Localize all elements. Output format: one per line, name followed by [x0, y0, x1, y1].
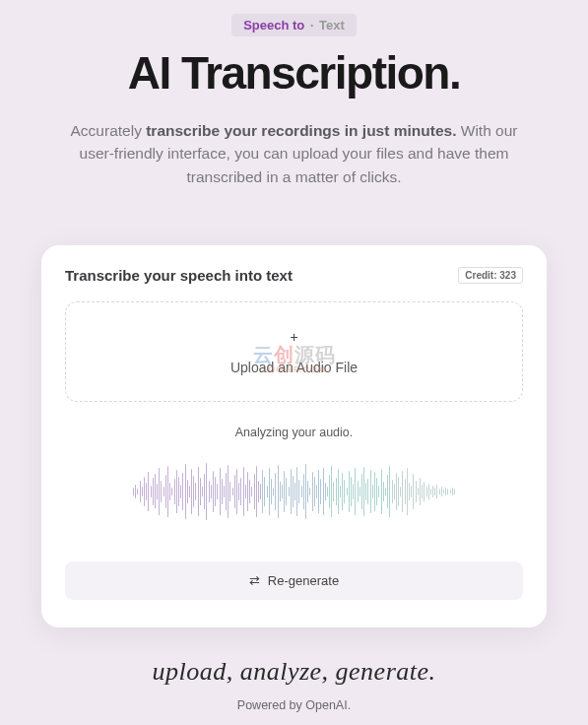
wave-bar [151, 486, 152, 497]
wave-bar [331, 466, 332, 517]
wave-bar [258, 481, 259, 502]
wave-bar [383, 482, 384, 501]
wave-bar [434, 488, 435, 495]
wave-bar [355, 468, 356, 515]
wave-bar [273, 488, 274, 495]
wave-bar [224, 486, 225, 497]
wave-bar [189, 486, 190, 497]
wave-bar [243, 467, 244, 516]
wave-bar [394, 484, 395, 499]
wave-bar [275, 473, 276, 510]
wave-bar [398, 477, 399, 506]
wave-bar [254, 474, 255, 509]
wave-bar [232, 488, 233, 495]
card-header: Transcribe your speech into text Credit:… [65, 267, 523, 284]
wave-bar [182, 473, 183, 510]
upload-dropzone[interactable]: 云创源码 LOOWP.COM + Upload an Audio File [65, 301, 523, 402]
wave-bar [245, 485, 246, 498]
wave-bar [329, 475, 330, 508]
wave-bar [378, 486, 379, 497]
wave-bar [342, 473, 343, 510]
wave-bar [262, 470, 263, 513]
wave-bar [256, 466, 257, 517]
wave-bar [200, 478, 201, 505]
wave-bar [432, 486, 433, 497]
wave-bar [163, 487, 164, 496]
wave-bar [153, 478, 154, 505]
wave-bar [204, 474, 205, 509]
wave-bar [217, 484, 218, 499]
wave-bar [133, 488, 134, 495]
wave-bar [307, 481, 308, 502]
footer-tagline: upload, analyze, generate. [0, 657, 588, 687]
wave-bar [402, 471, 403, 512]
analyzing-status: Analyzing your audio. [65, 426, 523, 439]
wave-bar [418, 488, 419, 495]
wave-bar [428, 484, 429, 499]
wave-bar [229, 482, 230, 501]
wave-bar [413, 474, 414, 509]
wave-bar [280, 482, 281, 501]
wave-bar [452, 488, 453, 495]
wave-bar [344, 480, 345, 503]
wave-bar [278, 465, 279, 518]
footer: upload, analyze, generate. Powered by Op… [0, 657, 588, 712]
card-title: Transcribe your speech into text [65, 267, 293, 284]
wave-bar [213, 471, 214, 512]
wave-bar [236, 469, 237, 514]
wave-bar [318, 470, 319, 513]
wave-bar [325, 483, 326, 500]
wave-bar [376, 478, 377, 505]
wave-bar [220, 468, 221, 515]
wave-bar [361, 474, 362, 509]
wave-bar [157, 484, 158, 499]
wave-bar [323, 468, 324, 515]
wave-bar [372, 485, 373, 498]
wave-bar [409, 483, 410, 500]
wave-bar [340, 486, 341, 497]
wave-bar [271, 479, 272, 504]
wave-bar [193, 476, 194, 507]
wave-bar [187, 480, 188, 503]
regenerate-button[interactable]: ⇄ Re-generate [65, 561, 523, 600]
wave-bar [312, 472, 313, 511]
wave-bar [284, 471, 285, 512]
category-tag: Speech to • Text [231, 14, 357, 36]
wave-bar [358, 481, 359, 502]
wave-bar [441, 487, 442, 496]
wave-bar [447, 489, 448, 494]
wave-bar [165, 475, 166, 508]
upload-label: Upload an Audio File [76, 360, 512, 375]
wave-bar [146, 483, 147, 500]
wave-bar [169, 483, 170, 500]
wave-bar [445, 488, 446, 495]
wave-bar [347, 488, 348, 495]
wave-bar [314, 477, 315, 506]
wave-bar [374, 472, 375, 511]
wave-bar [178, 477, 179, 506]
wave-bar [303, 474, 304, 509]
wave-bar [294, 483, 295, 500]
wave-bar [251, 487, 252, 496]
wave-bar [269, 468, 270, 515]
wave-bar [381, 469, 382, 514]
tag-separator: • [310, 21, 313, 30]
wave-bar [305, 464, 306, 519]
wave-bar [202, 487, 203, 496]
wave-bar [174, 479, 175, 504]
wave-bar [422, 485, 423, 498]
wave-bar [238, 483, 239, 500]
wave-bar [286, 478, 287, 505]
wave-bar [291, 469, 292, 514]
wave-bar [407, 468, 408, 515]
wave-bar [195, 483, 196, 500]
wave-bar [416, 481, 417, 502]
wave-bar [289, 487, 290, 496]
wave-bar [424, 482, 425, 501]
wave-bar [247, 472, 248, 511]
wave-bar [333, 482, 334, 501]
powered-by-text: Powered by OpenAI. [0, 698, 588, 712]
wave-bar [400, 487, 401, 496]
wave-bar [282, 485, 283, 498]
wave-bar [405, 479, 406, 504]
